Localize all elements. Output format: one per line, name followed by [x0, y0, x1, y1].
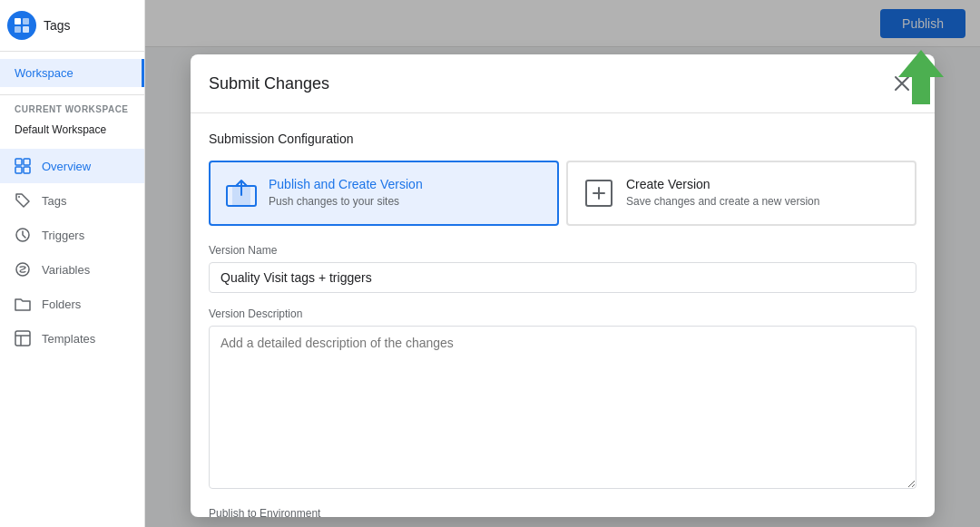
config-options: Publish and Create Version Push changes … [209, 161, 916, 226]
version-name-input[interactable] [209, 262, 916, 293]
option-create-version[interactable]: Create Version Save changes and create a… [566, 161, 916, 226]
sidebar-item-variables-label: Variables [42, 263, 90, 277]
svg-rect-4 [15, 159, 22, 165]
publish-option-icon [225, 177, 258, 210]
sidebar-header: Tags [0, 0, 144, 52]
sidebar-item-folders-label: Folders [42, 298, 81, 311]
templates-icon [15, 330, 31, 346]
variables-icon [15, 261, 31, 278]
modal-title: Submit Changes [209, 74, 329, 93]
tags-icon [15, 192, 31, 209]
sidebar-item-templates[interactable]: Templates [0, 321, 144, 356]
workspace-section-label: CURRENT WORKSPACE [0, 95, 144, 118]
version-description-label: Version Description [209, 307, 916, 320]
svg-rect-0 [15, 18, 21, 24]
publish-option-text: Publish and Create Version Push changes … [269, 177, 423, 208]
svg-rect-6 [15, 167, 22, 173]
svg-point-8 [18, 196, 20, 198]
publish-env-label: Publish to Environment [209, 507, 916, 517]
svg-rect-7 [24, 167, 30, 173]
version-name-label: Version Name [209, 244, 916, 257]
sidebar-item-folders[interactable]: Folders [0, 287, 144, 321]
create-version-icon [583, 177, 615, 210]
modal-body: Submission Configuration Publish [191, 113, 935, 517]
create-version-text: Create Version Save changes and create a… [626, 177, 819, 208]
overview-icon [15, 158, 31, 174]
create-version-title: Create Version [626, 177, 819, 191]
tab-workspace[interactable]: Workspace [0, 59, 144, 87]
svg-rect-5 [24, 159, 30, 165]
app-name: Tags [44, 18, 71, 33]
modal-overlay: Submit Changes Submission Configuration [145, 0, 980, 527]
publish-option-title: Publish and Create Version [269, 177, 423, 191]
svg-rect-2 [15, 26, 21, 33]
create-version-description: Save changes and create a new version [626, 195, 819, 208]
sidebar-nav: Overview Tags Triggers [0, 142, 144, 527]
sidebar-item-variables[interactable]: Variables [0, 252, 144, 287]
svg-rect-3 [23, 26, 29, 33]
version-description-textarea[interactable] [209, 326, 916, 489]
sidebar-item-overview[interactable]: Overview [0, 149, 144, 183]
app-logo [7, 11, 36, 40]
sidebar-item-triggers[interactable]: Triggers [0, 218, 144, 252]
modal-header: Submit Changes [191, 54, 935, 113]
submission-config-title: Submission Configuration [209, 132, 916, 146]
submit-changes-modal: Submit Changes Submission Configuration [191, 54, 935, 517]
arrow-indicator [898, 50, 944, 104]
sidebar-item-tags-label: Tags [42, 194, 66, 208]
current-workspace-label: Default Workspace [0, 118, 144, 142]
main-area: Publish Submit Changes Submission Config… [145, 0, 980, 527]
option-publish[interactable]: Publish and Create Version Push changes … [209, 161, 559, 226]
triggers-icon [15, 227, 31, 243]
sidebar-item-triggers-label: Triggers [42, 229, 84, 242]
sidebar-item-templates-label: Templates [42, 332, 95, 346]
publish-option-description: Push changes to your sites [269, 195, 423, 208]
sidebar-tabs: Workspace [0, 52, 144, 95]
folders-icon [15, 296, 31, 312]
sidebar: Tags Workspace CURRENT WORKSPACE Default… [0, 0, 145, 527]
sidebar-item-overview-label: Overview [42, 160, 91, 173]
svg-marker-14 [898, 50, 944, 104]
svg-rect-1 [23, 18, 29, 24]
svg-rect-11 [15, 331, 30, 346]
sidebar-item-tags[interactable]: Tags [0, 183, 144, 218]
